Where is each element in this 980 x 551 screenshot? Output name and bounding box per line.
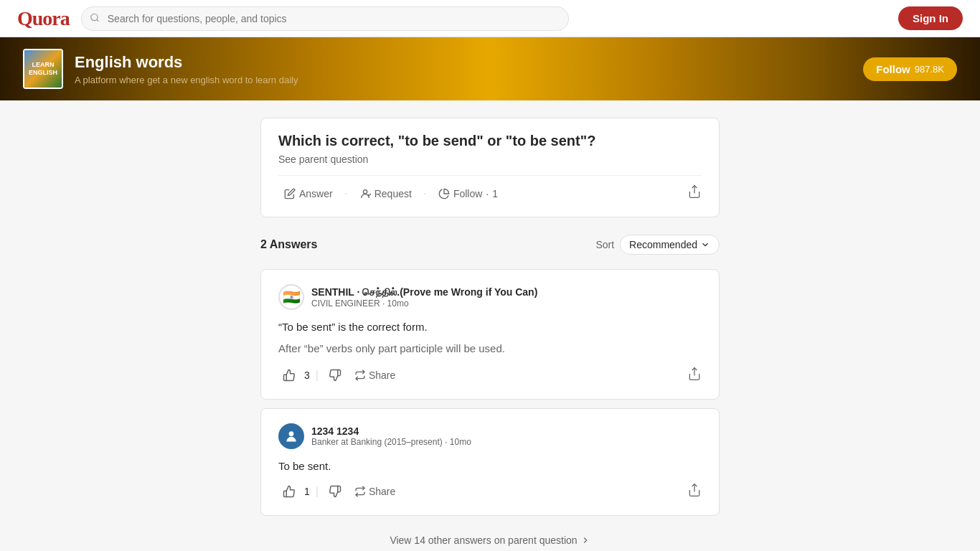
see-parent-link[interactable]: See parent question xyxy=(278,154,702,165)
content-area: Which is correct, "to be send" or "to be… xyxy=(260,118,720,551)
topic-name: English words xyxy=(75,53,852,72)
svg-point-1 xyxy=(363,189,367,193)
share-arrow-icon-2 xyxy=(687,483,702,497)
header: Quora Sign In xyxy=(0,0,980,37)
request-label: Request xyxy=(374,188,412,199)
follow-question-button[interactable]: Follow · 1 xyxy=(433,185,504,202)
answer-card-2: 1234 1234 Banker at Banking (2015–presen… xyxy=(260,408,720,516)
search-icon xyxy=(90,12,100,24)
follow-label: Follow xyxy=(453,188,482,199)
chevron-right-icon xyxy=(580,535,590,545)
follow-icon xyxy=(438,188,450,199)
topic-info: English words A platform where get a new… xyxy=(75,53,852,85)
answers-count: 2 Answers xyxy=(260,238,317,251)
answers-header: 2 Answers Sort Recommended xyxy=(260,226,720,260)
view-more-link[interactable]: View 14 other answers on parent question xyxy=(270,534,710,546)
sort-label: Sort xyxy=(595,239,614,250)
question-title: Which is correct, "to be send" or "to be… xyxy=(278,133,702,149)
sort-dropdown[interactable]: Recommended xyxy=(620,235,720,255)
upvote-button-2[interactable] xyxy=(278,482,300,501)
share-label-1: Share xyxy=(369,369,395,381)
question-actions: Answer · Request · Follow · 1 xyxy=(278,175,702,202)
author-title-2: Banker at Banking (2015–present) · 10mo xyxy=(311,437,471,447)
answer-share-arrow-1[interactable] xyxy=(687,367,702,385)
sort-area: Sort Recommended xyxy=(595,235,720,255)
topic-description: A platform where get a new english word … xyxy=(75,75,852,85)
signin-button[interactable]: Sign In xyxy=(898,6,963,30)
downvote-icon-2 xyxy=(329,485,341,498)
author-avatar-1: 🇮🇳 xyxy=(278,284,304,310)
follower-count: 987.8K xyxy=(915,64,944,75)
author-name-1[interactable]: SENTHIL · செந்தில்.(Prove me Wrong if Yo… xyxy=(311,286,537,298)
upvote-button-1[interactable] xyxy=(278,366,300,385)
share-refresh-icon xyxy=(354,369,366,381)
action-separator-1: · xyxy=(344,186,348,201)
upvote-icon-2 xyxy=(283,485,296,498)
upvote-icon xyxy=(283,369,296,382)
author-title-1: CIVIL ENGINEER · 10mo xyxy=(311,298,537,309)
author-avatar-2 xyxy=(278,423,304,449)
answer-text-secondary-1: After “be” verbs only part participle wi… xyxy=(278,340,702,357)
share-icon xyxy=(687,184,702,199)
answer-actions-1: 3 | Share xyxy=(278,366,702,385)
follow-separator: · xyxy=(486,188,489,199)
share-button-2[interactable]: Share xyxy=(350,483,400,500)
author-name-2[interactable]: 1234 1234 xyxy=(311,425,471,437)
vote-separator-2: | xyxy=(316,485,319,498)
view-more-label: View 14 other answers on parent question xyxy=(390,534,577,546)
follow-label: Follow xyxy=(876,63,910,75)
answer-author-2: 1234 1234 Banker at Banking (2015–presen… xyxy=(278,423,702,449)
search-input[interactable] xyxy=(81,6,569,31)
sort-option: Recommended xyxy=(629,239,697,250)
author-info-1: SENTHIL · செந்தில்.(Prove me Wrong if Yo… xyxy=(311,286,537,309)
request-button[interactable]: Request xyxy=(354,185,418,202)
downvote-button-2[interactable] xyxy=(324,482,346,501)
downvote-icon xyxy=(329,369,341,382)
answer-share-arrow-2[interactable] xyxy=(687,483,702,501)
downvote-button-1[interactable] xyxy=(324,366,346,385)
answer-card-1: 🇮🇳 SENTHIL · செந்தில்.(Prove me Wrong if… xyxy=(260,269,720,400)
share-button-1[interactable]: Share xyxy=(350,367,400,384)
upvote-count-1: 3 xyxy=(304,369,310,381)
pencil-icon xyxy=(284,188,296,199)
question-card: Which is correct, "to be send" or "to be… xyxy=(260,118,720,217)
quora-logo: Quora xyxy=(17,7,70,30)
view-more[interactable]: View 14 other answers on parent question xyxy=(260,524,720,551)
chevron-down-icon xyxy=(700,240,710,250)
topic-banner: LEARNENGLISH English words A platform wh… xyxy=(0,37,980,100)
share-arrow-icon xyxy=(687,367,702,381)
vote-separator-1: | xyxy=(316,369,319,382)
question-share-button[interactable] xyxy=(687,184,702,202)
answer-actions-2: 1 | Share xyxy=(278,482,702,501)
answer-button[interactable]: Answer xyxy=(278,185,339,202)
share-label-2: Share xyxy=(369,486,395,497)
upvote-count-2: 1 xyxy=(304,486,310,497)
svg-point-4 xyxy=(289,431,294,436)
answer-text-primary-2: To be sent. xyxy=(278,458,702,475)
topic-follow-button[interactable]: Follow 987.8K xyxy=(863,57,957,81)
answer-author-1: 🇮🇳 SENTHIL · செந்தில்.(Prove me Wrong if… xyxy=(278,284,702,310)
share-refresh-icon-2 xyxy=(354,486,366,497)
topic-avatar: LEARNENGLISH xyxy=(23,49,63,89)
search-bar[interactable] xyxy=(81,6,569,31)
action-separator-2: · xyxy=(423,186,427,201)
answer-text-primary-1: “To be sent” is the correct form. xyxy=(278,319,702,336)
answer-label: Answer xyxy=(299,188,333,199)
request-icon xyxy=(359,188,371,199)
author-info-2: 1234 1234 Banker at Banking (2015–presen… xyxy=(311,425,471,447)
svg-point-0 xyxy=(91,14,98,20)
follow-count: 1 xyxy=(492,188,498,199)
